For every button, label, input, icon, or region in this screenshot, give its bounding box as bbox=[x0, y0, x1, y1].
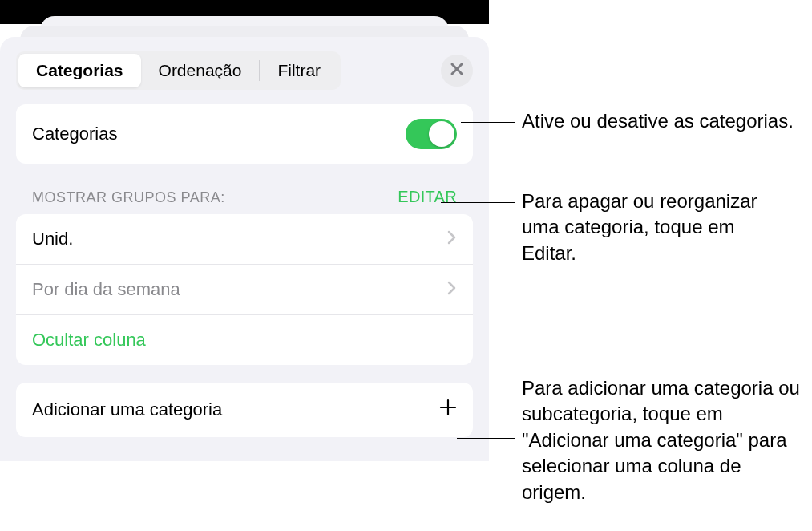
tab-categorias[interactable]: Categorias bbox=[18, 54, 141, 87]
tab-ordenacao[interactable]: Ordenação bbox=[141, 54, 260, 87]
tab-filtrar[interactable]: Filtrar bbox=[260, 54, 338, 87]
groups-list: Unid. Por dia da semana Ocultar coluna bbox=[16, 214, 473, 365]
close-icon bbox=[450, 62, 464, 79]
chevron-right-icon bbox=[447, 279, 457, 300]
toggle-label: Categorias bbox=[32, 124, 117, 144]
categories-toggle-row: Categorias bbox=[16, 104, 473, 164]
callout-line bbox=[457, 438, 515, 439]
callout-toggle: Ative ou desative as categorias. bbox=[522, 108, 794, 134]
categories-toggle-card: Categorias bbox=[16, 104, 473, 164]
categories-toggle[interactable] bbox=[406, 119, 457, 149]
plus-icon bbox=[439, 399, 457, 421]
chevron-right-icon bbox=[447, 229, 457, 249]
list-item-label: Unid. bbox=[32, 229, 73, 249]
add-category-label: Adicionar uma categoria bbox=[32, 399, 222, 420]
list-item-label: Ocultar coluna bbox=[32, 330, 146, 351]
close-button[interactable] bbox=[441, 55, 473, 87]
callout-edit: Para apagar ou reorganizar uma categoria… bbox=[522, 188, 794, 266]
toggle-knob bbox=[429, 121, 454, 147]
section-header-label: MOSTRAR GRUPOS PARA: bbox=[32, 189, 225, 206]
callout-line bbox=[461, 122, 515, 123]
edit-button[interactable]: EDITAR bbox=[398, 188, 457, 206]
add-category-card: Adicionar uma categoria bbox=[16, 383, 473, 437]
add-category-button[interactable]: Adicionar uma categoria bbox=[16, 383, 473, 437]
list-item-unid[interactable]: Unid. bbox=[16, 214, 473, 265]
section-header: MOSTRAR GRUPOS PARA: EDITAR bbox=[16, 164, 473, 214]
list-item-label: Por dia da semana bbox=[32, 279, 180, 300]
list-item-ocultar[interactable]: Ocultar coluna bbox=[16, 315, 473, 365]
segmented-control: Categorias Ordenação Filtrar bbox=[16, 51, 341, 90]
callout-line bbox=[441, 202, 515, 203]
tab-row: Categorias Ordenação Filtrar bbox=[16, 51, 473, 90]
categories-panel: Categorias Ordenação Filtrar Categorias … bbox=[0, 37, 489, 461]
list-item-pordia[interactable]: Por dia da semana bbox=[16, 265, 473, 315]
callout-add: Para adicionar uma categoria ou subcateg… bbox=[522, 375, 802, 505]
